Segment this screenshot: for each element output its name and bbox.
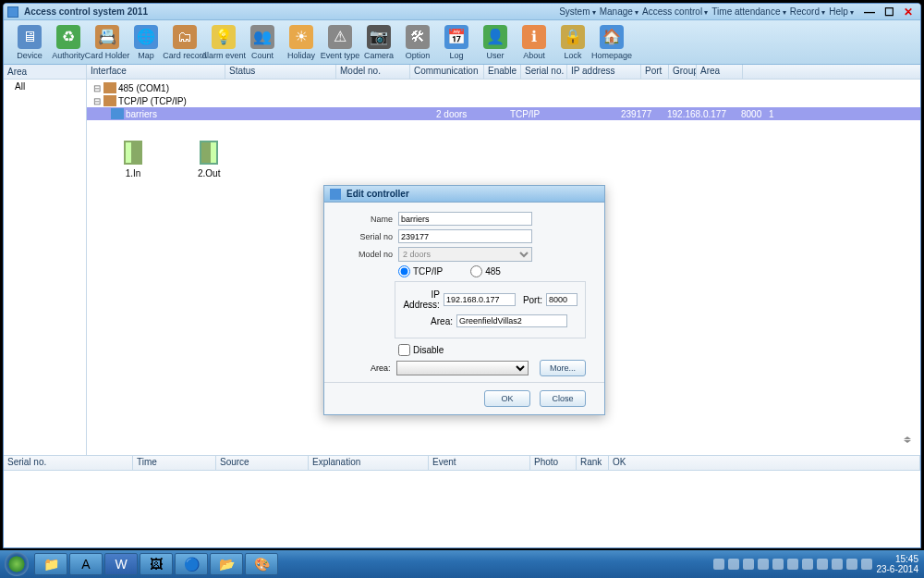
- lock-icon: 🔒: [561, 25, 585, 49]
- disable-checkbox[interactable]: [398, 344, 410, 356]
- tray-icon[interactable]: [743, 559, 754, 570]
- door-out[interactable]: 2.Out: [198, 141, 220, 178]
- dialog-title: Edit controller: [346, 189, 409, 199]
- clock[interactable]: 15:45 23-6-2014: [876, 554, 918, 574]
- name-input[interactable]: [398, 212, 532, 226]
- ecol-explanation[interactable]: Explanation: [309, 456, 429, 470]
- ecol-time[interactable]: Time: [133, 456, 216, 470]
- tree-node-485[interactable]: ⊟ 485 (COM1): [87, 81, 920, 94]
- splitter-handle[interactable]: [904, 437, 913, 442]
- task-chrome[interactable]: 🔵: [175, 553, 208, 575]
- homepage-icon: 🏠: [600, 25, 624, 49]
- option-icon: 🛠: [406, 25, 430, 49]
- ok-button[interactable]: OK: [484, 390, 530, 407]
- tool-device[interactable]: 🖥Device: [11, 25, 48, 60]
- tray-icon[interactable]: [758, 559, 769, 570]
- task-images[interactable]: 🖼: [140, 553, 173, 575]
- menu-time-attendance[interactable]: Time attendance: [711, 6, 785, 17]
- count-icon: 👥: [250, 25, 274, 49]
- device-tree: ⊟ 485 (COM1) ⊟ TCP/IP (TCP/IP) ⊟ barrier…: [87, 80, 920, 122]
- tray-icon[interactable]: [802, 559, 813, 570]
- net-area-input[interactable]: [456, 314, 567, 327]
- serial-input[interactable]: [398, 229, 532, 243]
- alarm-event-icon: 💡: [212, 25, 236, 49]
- minimize-button[interactable]: —: [861, 6, 878, 18]
- area-header: Area: [4, 65, 86, 80]
- tool-card-holder[interactable]: 📇Card Holder: [89, 25, 126, 60]
- tool-homepage[interactable]: 🏠Homepage: [593, 25, 630, 60]
- col-communication[interactable]: Communication: [410, 65, 484, 79]
- tool-lock[interactable]: 🔒Lock: [554, 25, 591, 60]
- tray-icon[interactable]: [772, 559, 784, 570]
- tool-card-record[interactable]: 🗂Card record: [166, 25, 203, 60]
- menu-manage[interactable]: Manage: [600, 6, 638, 17]
- ecol-rank[interactable]: Rank: [577, 456, 609, 470]
- col-status[interactable]: Status: [225, 65, 336, 79]
- task-paint[interactable]: 🎨: [245, 553, 278, 575]
- titlebar: Access control system 2011 System Manage…: [4, 4, 920, 20]
- tool-camera[interactable]: 📷Camera: [360, 25, 397, 60]
- task-word[interactable]: W: [104, 553, 138, 575]
- radio-485[interactable]: 485: [470, 265, 501, 277]
- col-group[interactable]: Group: [669, 65, 697, 79]
- tray-icon[interactable]: [846, 559, 857, 570]
- tray-icon[interactable]: [861, 559, 872, 570]
- ecol-serial[interactable]: Serial no.: [4, 456, 133, 470]
- col-ip[interactable]: IP address: [567, 65, 641, 79]
- tray-icon[interactable]: [713, 559, 724, 570]
- ecol-photo[interactable]: Photo: [530, 456, 577, 470]
- tray-icon[interactable]: [787, 559, 798, 570]
- tool-authority[interactable]: ♻Authority: [50, 25, 87, 60]
- device-icon: 🖥: [18, 25, 42, 49]
- area-item-all[interactable]: All: [4, 80, 86, 93]
- tool-option[interactable]: 🛠Option: [399, 25, 436, 60]
- tray-icon[interactable]: [832, 559, 843, 570]
- task-folder2[interactable]: 📂: [210, 553, 243, 575]
- more-button[interactable]: More...: [540, 360, 586, 376]
- port-input[interactable]: [546, 293, 578, 306]
- tool-count[interactable]: 👥Count: [244, 25, 281, 60]
- ecol-ok[interactable]: OK: [609, 456, 920, 470]
- menu-record[interactable]: Record: [790, 6, 825, 17]
- task-adobe[interactable]: A: [69, 553, 103, 575]
- task-explorer[interactable]: 📁: [34, 553, 67, 575]
- menu-access-control[interactable]: Access control: [642, 6, 708, 17]
- start-button[interactable]: [0, 550, 33, 578]
- radio-tcpip[interactable]: TCP/IP: [398, 265, 443, 277]
- tray-icon[interactable]: [728, 559, 739, 570]
- ecol-source[interactable]: Source: [216, 456, 309, 470]
- app-title: Access control system 2011: [24, 6, 148, 17]
- tree-node-barriers[interactable]: ⊟ barriers 2 doors TCP/IP 239177 192.168…: [87, 107, 920, 120]
- area-select[interactable]: [396, 361, 529, 375]
- tool-map[interactable]: 🌐Map: [128, 25, 164, 60]
- network-group: IP Address: Port: Area:: [395, 281, 586, 338]
- ip-input[interactable]: [444, 293, 516, 306]
- col-area[interactable]: Area: [697, 65, 743, 79]
- dialog-titlebar[interactable]: Edit controller: [324, 186, 604, 203]
- model-select[interactable]: 2 doors: [398, 247, 532, 262]
- event-grid: Serial no. Time Source Explanation Event…: [4, 455, 920, 547]
- col-interface[interactable]: Interface: [87, 65, 225, 79]
- tool-about[interactable]: ℹAbout: [516, 25, 553, 60]
- ecol-event[interactable]: Event: [429, 456, 530, 470]
- col-model[interactable]: Model no.: [336, 65, 410, 79]
- authority-icon: ♻: [56, 25, 80, 49]
- user-icon: 👤: [483, 25, 507, 49]
- close-dialog-button[interactable]: Close: [540, 390, 586, 407]
- close-button[interactable]: ✕: [900, 6, 917, 18]
- tool-alarm-event[interactable]: 💡Alarm event: [205, 25, 242, 60]
- menu-help[interactable]: Help: [829, 6, 854, 17]
- maximize-button[interactable]: ☐: [881, 6, 897, 18]
- label-name: Name: [343, 215, 393, 224]
- tool-event-type[interactable]: ⚠Event type: [322, 25, 359, 60]
- tool-user[interactable]: 👤User: [477, 25, 514, 60]
- col-serial[interactable]: Serial no.: [521, 65, 567, 79]
- tree-node-tcpip[interactable]: ⊟ TCP/IP (TCP/IP): [87, 94, 920, 107]
- col-port[interactable]: Port: [641, 65, 669, 79]
- tool-log[interactable]: 📅Log: [438, 25, 475, 60]
- door-in[interactable]: 1.In: [124, 141, 142, 178]
- menu-system[interactable]: System: [559, 6, 596, 17]
- tray-icon[interactable]: [817, 559, 828, 570]
- col-enable[interactable]: Enable: [484, 65, 521, 79]
- tool-holiday[interactable]: ☀Holiday: [283, 25, 320, 60]
